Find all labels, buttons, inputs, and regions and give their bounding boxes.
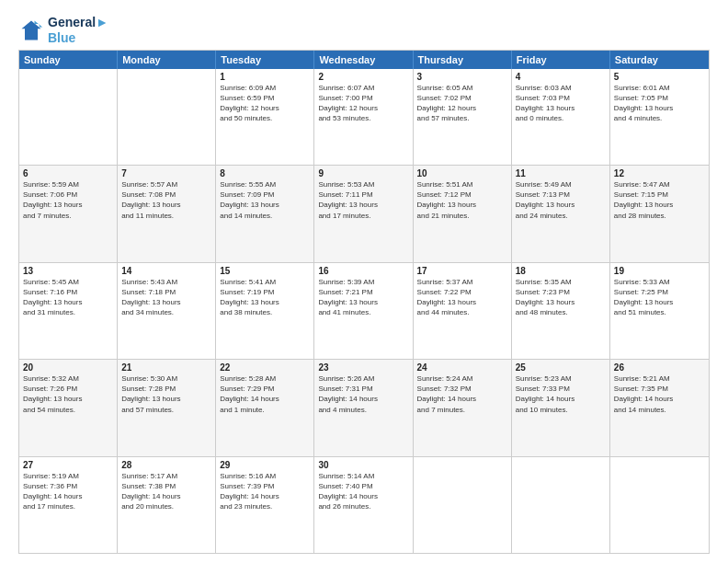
calendar-row-4: 27Sunrise: 5:19 AM Sunset: 7:36 PM Dayli…	[19, 456, 709, 553]
day-number: 5	[614, 72, 705, 82]
day-number: 17	[417, 266, 507, 276]
day-info: Sunrise: 5:23 AM Sunset: 7:33 PM Dayligh…	[516, 373, 606, 415]
day-cell-7: 7Sunrise: 5:57 AM Sunset: 7:08 PM Daylig…	[118, 166, 216, 261]
day-info: Sunrise: 5:43 AM Sunset: 7:18 PM Dayligh…	[121, 277, 211, 318]
logo: General►Blue	[18, 15, 108, 46]
weekday-header-monday: Monday	[118, 51, 216, 69]
logo-icon	[18, 17, 44, 43]
day-info: Sunrise: 5:41 AM Sunset: 7:19 PM Dayligh…	[220, 277, 310, 318]
day-cell-30: 30Sunrise: 5:14 AM Sunset: 7:40 PM Dayli…	[314, 457, 413, 553]
weekday-header-wednesday: Wednesday	[314, 51, 413, 69]
day-cell-4: 4Sunrise: 6:03 AM Sunset: 7:03 PM Daylig…	[512, 69, 610, 165]
calendar-row-0: 1Sunrise: 6:09 AM Sunset: 6:59 PM Daylig…	[19, 69, 709, 165]
day-info: Sunrise: 6:01 AM Sunset: 7:05 PM Dayligh…	[614, 83, 705, 124]
day-number: 25	[516, 362, 606, 373]
weekday-header-tuesday: Tuesday	[216, 51, 314, 69]
day-cell-6: 6Sunrise: 5:59 AM Sunset: 7:06 PM Daylig…	[19, 166, 118, 261]
calendar-body: 1Sunrise: 6:09 AM Sunset: 6:59 PM Daylig…	[19, 69, 709, 553]
calendar-row-2: 13Sunrise: 5:45 AM Sunset: 7:16 PM Dayli…	[19, 262, 709, 359]
day-number: 1	[220, 72, 310, 82]
day-cell-21: 21Sunrise: 5:30 AM Sunset: 7:28 PM Dayli…	[118, 360, 216, 455]
day-info: Sunrise: 6:07 AM Sunset: 7:00 PM Dayligh…	[318, 83, 408, 124]
day-number: 15	[220, 266, 310, 276]
day-info: Sunrise: 5:14 AM Sunset: 7:40 PM Dayligh…	[318, 471, 408, 512]
day-cell-12: 12Sunrise: 5:47 AM Sunset: 7:15 PM Dayli…	[610, 166, 709, 261]
day-cell-13: 13Sunrise: 5:45 AM Sunset: 7:16 PM Dayli…	[19, 263, 118, 359]
day-cell-2: 2Sunrise: 6:07 AM Sunset: 7:00 PM Daylig…	[314, 69, 413, 165]
day-info: Sunrise: 5:49 AM Sunset: 7:13 PM Dayligh…	[516, 179, 606, 221]
day-info: Sunrise: 5:53 AM Sunset: 7:11 PM Dayligh…	[318, 179, 408, 221]
day-cell-24: 24Sunrise: 5:24 AM Sunset: 7:32 PM Dayli…	[414, 360, 512, 455]
day-info: Sunrise: 5:30 AM Sunset: 7:28 PM Dayligh…	[121, 373, 211, 415]
day-cell-15: 15Sunrise: 5:41 AM Sunset: 7:19 PM Dayli…	[216, 263, 314, 359]
day-cell-18: 18Sunrise: 5:35 AM Sunset: 7:23 PM Dayli…	[512, 263, 610, 359]
day-cell-1: 1Sunrise: 6:09 AM Sunset: 6:59 PM Daylig…	[216, 69, 314, 165]
day-info: Sunrise: 5:32 AM Sunset: 7:26 PM Dayligh…	[23, 373, 113, 415]
calendar: SundayMondayTuesdayWednesdayThursdayFrid…	[18, 50, 710, 554]
weekday-header-sunday: Sunday	[19, 51, 118, 69]
day-cell-8: 8Sunrise: 5:55 AM Sunset: 7:09 PM Daylig…	[216, 166, 314, 261]
day-number: 23	[318, 362, 408, 373]
day-info: Sunrise: 5:26 AM Sunset: 7:31 PM Dayligh…	[318, 373, 408, 415]
day-info: Sunrise: 5:39 AM Sunset: 7:21 PM Dayligh…	[318, 277, 408, 318]
day-number: 28	[121, 460, 211, 470]
calendar-header: SundayMondayTuesdayWednesdayThursdayFrid…	[19, 51, 709, 69]
day-number: 11	[516, 168, 606, 178]
day-cell-29: 29Sunrise: 5:16 AM Sunset: 7:39 PM Dayli…	[216, 457, 314, 553]
day-cell-22: 22Sunrise: 5:28 AM Sunset: 7:29 PM Dayli…	[216, 360, 314, 455]
day-cell-14: 14Sunrise: 5:43 AM Sunset: 7:18 PM Dayli…	[118, 263, 216, 359]
weekday-header-saturday: Saturday	[610, 51, 709, 69]
day-info: Sunrise: 5:17 AM Sunset: 7:38 PM Dayligh…	[121, 471, 211, 512]
empty-cell-r0c1	[118, 69, 216, 165]
calendar-row-1: 6Sunrise: 5:59 AM Sunset: 7:06 PM Daylig…	[19, 165, 709, 261]
day-cell-11: 11Sunrise: 5:49 AM Sunset: 7:13 PM Dayli…	[512, 166, 610, 261]
logo-text: General►Blue	[48, 15, 108, 46]
day-number: 9	[318, 168, 408, 178]
page: General►Blue SundayMondayTuesdayWednesda…	[0, 0, 728, 563]
day-cell-10: 10Sunrise: 5:51 AM Sunset: 7:12 PM Dayli…	[414, 166, 512, 261]
empty-cell-r0c0	[19, 69, 118, 165]
day-cell-19: 19Sunrise: 5:33 AM Sunset: 7:25 PM Dayli…	[610, 263, 709, 359]
day-number: 8	[220, 168, 310, 178]
day-number: 30	[318, 460, 408, 470]
calendar-row-3: 20Sunrise: 5:32 AM Sunset: 7:26 PM Dayli…	[19, 359, 709, 455]
day-number: 7	[121, 168, 211, 178]
day-number: 29	[220, 460, 310, 470]
day-number: 3	[417, 72, 507, 82]
day-number: 22	[220, 362, 310, 373]
day-info: Sunrise: 6:09 AM Sunset: 6:59 PM Dayligh…	[220, 83, 310, 124]
day-number: 20	[23, 362, 113, 373]
day-cell-27: 27Sunrise: 5:19 AM Sunset: 7:36 PM Dayli…	[19, 457, 118, 553]
day-number: 13	[23, 266, 113, 276]
day-number: 18	[516, 266, 606, 276]
day-cell-16: 16Sunrise: 5:39 AM Sunset: 7:21 PM Dayli…	[314, 263, 413, 359]
day-cell-20: 20Sunrise: 5:32 AM Sunset: 7:26 PM Dayli…	[19, 360, 118, 455]
day-cell-23: 23Sunrise: 5:26 AM Sunset: 7:31 PM Dayli…	[314, 360, 413, 455]
day-cell-26: 26Sunrise: 5:21 AM Sunset: 7:35 PM Dayli…	[610, 360, 709, 455]
empty-cell-r4c6	[610, 457, 709, 553]
day-info: Sunrise: 5:47 AM Sunset: 7:15 PM Dayligh…	[614, 179, 705, 221]
day-number: 19	[614, 266, 705, 276]
day-info: Sunrise: 5:37 AM Sunset: 7:22 PM Dayligh…	[417, 277, 507, 318]
day-cell-9: 9Sunrise: 5:53 AM Sunset: 7:11 PM Daylig…	[314, 166, 413, 261]
day-info: Sunrise: 5:28 AM Sunset: 7:29 PM Dayligh…	[220, 373, 310, 415]
weekday-header-thursday: Thursday	[414, 51, 512, 69]
day-number: 10	[417, 168, 507, 178]
day-number: 6	[23, 168, 113, 178]
day-info: Sunrise: 5:45 AM Sunset: 7:16 PM Dayligh…	[23, 277, 113, 318]
day-info: Sunrise: 5:24 AM Sunset: 7:32 PM Dayligh…	[417, 373, 507, 415]
day-number: 2	[318, 72, 408, 82]
day-cell-5: 5Sunrise: 6:01 AM Sunset: 7:05 PM Daylig…	[610, 69, 709, 165]
day-number: 21	[121, 362, 211, 373]
logo-line1: General►	[48, 15, 108, 30]
day-info: Sunrise: 5:55 AM Sunset: 7:09 PM Dayligh…	[220, 179, 310, 221]
day-info: Sunrise: 5:33 AM Sunset: 7:25 PM Dayligh…	[614, 277, 705, 318]
day-number: 14	[121, 266, 211, 276]
day-number: 16	[318, 266, 408, 276]
empty-cell-r4c5	[512, 457, 610, 553]
logo-line2: Blue	[48, 30, 108, 46]
day-cell-28: 28Sunrise: 5:17 AM Sunset: 7:38 PM Dayli…	[118, 457, 216, 553]
day-number: 24	[417, 362, 507, 373]
weekday-header-friday: Friday	[512, 51, 610, 69]
day-info: Sunrise: 6:03 AM Sunset: 7:03 PM Dayligh…	[516, 83, 606, 124]
